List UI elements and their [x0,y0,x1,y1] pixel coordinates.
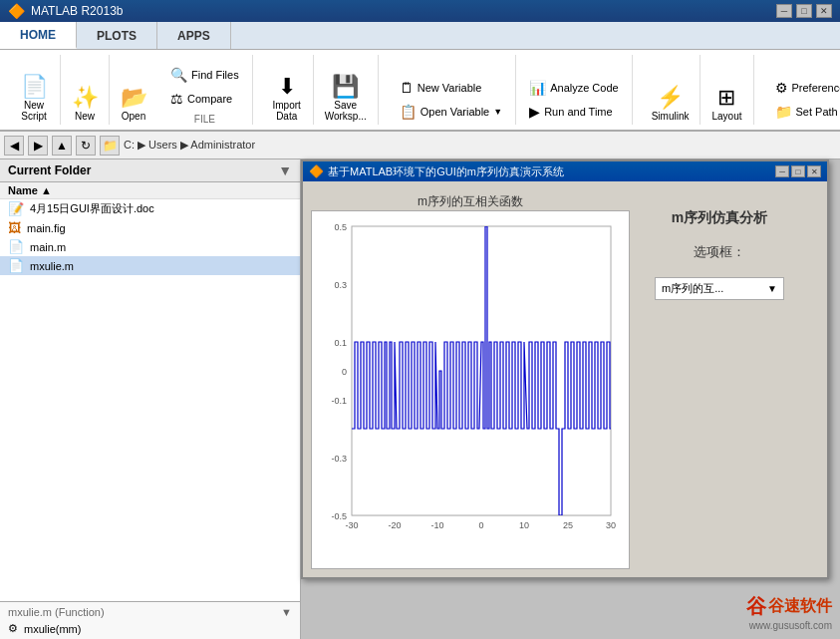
bottom-panel: mxulie.m (Function) ▼ ⚙ mxulie(mm) [0,601,300,639]
panel-menu-button[interactable]: ▼ [278,162,292,178]
up-button[interactable]: ▲ [52,136,72,156]
m-icon-main: 📄 [8,239,24,254]
new-script-button[interactable]: 📄 NewScript [14,71,54,125]
simulink-icon: ⚡ [657,85,684,111]
compare-icon: ⚖ [170,91,183,107]
figure-dropdown[interactable]: m序列的互... ▼ [655,277,784,300]
tab-plots[interactable]: PLOTS [77,22,157,49]
close-button[interactable]: ✕ [816,4,832,18]
current-folder-title: Current Folder [8,163,91,177]
ribbon-group-variable: 🗒 New Variable 📋 Open Variable ▼ [387,55,516,125]
function-label: mxulie.m (Function) [8,606,105,618]
maximize-button[interactable]: □ [796,4,812,18]
chart-container: m序列的互相关函数 [311,189,630,569]
figure-body: m序列的互相关函数 [303,181,827,577]
figure-maximize-button[interactable]: □ [791,165,805,177]
watermark-logo: 谷 谷速软件 www.gususoft.com [746,593,832,631]
new-variable-label: New Variable [418,82,482,94]
svg-text:-0.3: -0.3 [331,454,347,464]
figure-section-label: 选项框： [694,243,745,261]
svg-text:0: 0 [478,520,483,530]
import-data-label: ImportData [273,100,301,122]
compare-label: Compare [187,93,232,105]
figure-close-button[interactable]: ✕ [807,165,821,177]
title-bar: 🔶 MATLAB R2013b ─ □ ✕ [0,0,840,22]
set-path-button[interactable]: 📁 Set Path [768,101,841,123]
chart-title: m序列的互相关函数 [311,193,630,210]
import-data-icon: ⬇ [278,74,296,100]
current-folder-header: Current Folder ▼ [0,160,300,182]
figure-minimize-button[interactable]: ─ [775,165,789,177]
open-icon: 📂 [121,85,147,111]
analyze-code-button[interactable]: 📊 Analyze Code [522,77,626,99]
back-button[interactable]: ◀ [4,136,24,156]
file-item-mxuliem[interactable]: 📄 mxulie.m [0,256,300,275]
chart-area: 0.5 0.3 0.1 0 -0.1 -0.3 -0.5 -30 -20 -10… [311,210,630,569]
ribbon-group-file: 🔍 Find Files ⚖ Compare FILE [157,55,253,125]
layout-button[interactable]: ⊞ Layout [706,82,746,125]
open-variable-label: Open Variable [420,106,490,118]
ribbon-group-preferences: ⚙ Preferences 📁 Set Path [762,55,841,125]
file-group-label: FILE [194,114,215,125]
file-item-fig[interactable]: 🖼 main.fig [0,218,300,237]
forward-button[interactable]: ▶ [28,136,48,156]
figure-window: 🔶 基于MATLAB环境下的GUI的m序列仿真演示系统 ─ □ ✕ m序列的互相… [301,160,829,579]
minimize-button[interactable]: ─ [776,4,792,18]
import-data-button[interactable]: ⬇ ImportData [267,71,307,125]
file-name-fig: main.fig [27,222,66,234]
tab-home[interactable]: HOME [0,22,77,49]
file-item-mainm[interactable]: 📄 main.m [0,237,300,256]
svg-text:-10: -10 [430,520,443,530]
tab-apps[interactable]: APPS [157,22,231,49]
bottom-panel-header: mxulie.m (Function) ▼ [8,606,292,618]
open-label: Open [122,111,145,122]
address-bar[interactable]: C: ▶ Users ▶ Administrator [124,139,255,152]
simulink-button[interactable]: ⚡ Simulink [647,82,695,125]
title-text: MATLAB R2013b [31,4,124,18]
find-files-label: Find Files [191,69,239,81]
file-name-mainm: main.m [30,241,66,253]
svg-text:-30: -30 [345,520,358,530]
name-column-header: Name ▲ [8,184,52,196]
main-area: Current Folder ▼ Name ▲ 📝 4月15日GUI界面设计.d… [0,160,840,639]
find-files-button[interactable]: 🔍 Find Files [163,64,246,86]
save-workspace-button[interactable]: 💾 SaveWorksp... [320,71,372,125]
svg-text:10: 10 [519,520,529,530]
ribbon-tabs: HOME PLOTS APPS [0,22,840,50]
analyze-code-icon: 📊 [529,80,546,96]
ribbon-group-simulink: ⚡ Simulink [641,55,701,125]
dropdown-arrow-icon: ▼ [767,283,777,294]
ribbon-toolbar: 📄 NewScript ✨ New 📂 Open 🔍 Find Files ⚖ … [0,50,840,132]
svg-text:-0.1: -0.1 [331,396,347,406]
open-button[interactable]: 📂 Open [114,82,153,125]
svg-text:-20: -20 [388,520,401,530]
simulink-label: Simulink [652,111,690,122]
ribbon-group-layout: ⊞ Layout [700,55,753,125]
new-script-label: NewScript [21,100,47,122]
path-text: C: ▶ Users ▶ Administrator [124,139,255,152]
browse-button[interactable]: 📁 [100,136,120,156]
open-variable-button[interactable]: 📋 Open Variable ▼ [393,101,509,123]
file-item-doc[interactable]: 📝 4月15日GUI界面设计.doc [0,199,300,218]
function-item[interactable]: ⚙ mxulie(mm) [8,622,292,635]
figure-title-bar: 🔶 基于MATLAB环境下的GUI的m序列仿真演示系统 ─ □ ✕ [303,161,827,181]
watermark-brand: 谷 谷速软件 [746,593,832,620]
save-workspace-label: SaveWorksp... [325,100,367,122]
ribbon-group-import: ⬇ ImportData [261,55,314,125]
dropdown-arrow-bottom[interactable]: ▼ [281,606,292,618]
compare-button[interactable]: ⚖ Compare [163,88,246,110]
new-variable-icon: 🗒 [400,80,414,96]
open-variable-icon: 📋 [400,104,417,120]
watermark-url: www.gususoft.com [749,620,832,631]
figure-icon: 🔶 [309,164,324,178]
refresh-button[interactable]: ↻ [76,136,96,156]
new-variable-button[interactable]: 🗒 New Variable [393,77,509,99]
figure-title-text: 基于MATLAB环境下的GUI的m序列仿真演示系统 [328,164,564,179]
watermark-text: 谷速软件 [768,596,832,617]
new-button[interactable]: ✨ New [65,82,105,125]
left-panel: Current Folder ▼ Name ▲ 📝 4月15日GUI界面设计.d… [0,160,301,639]
run-and-time-button[interactable]: ▶ Run and Time [522,101,626,123]
dropdown-value: m序列的互... [662,281,723,296]
preferences-button[interactable]: ⚙ Preferences [768,77,841,99]
svg-text:0: 0 [342,367,347,377]
